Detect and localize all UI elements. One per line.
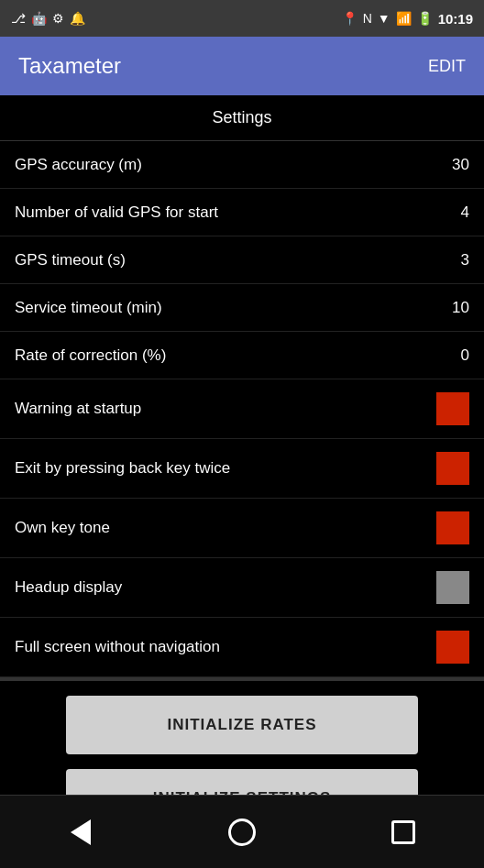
settings-row-gps-timeout[interactable]: GPS timeout (s) 3 bbox=[0, 236, 484, 284]
content-area: Settings GPS accuracy (m) 30 Number of v… bbox=[0, 95, 484, 868]
home-circle-icon bbox=[228, 819, 256, 846]
gps-accuracy-label: GPS accuracy (m) bbox=[15, 156, 442, 174]
usb-icon: ⎇ bbox=[11, 11, 26, 26]
nfc-icon: N bbox=[363, 11, 372, 26]
valid-gps-value: 4 bbox=[442, 203, 469, 222]
wifi-icon: ▼ bbox=[378, 11, 390, 26]
own-key-tone-label: Own key tone bbox=[15, 519, 436, 537]
battery-icon: 🔋 bbox=[417, 11, 433, 26]
settings-icon: ⚙ bbox=[52, 11, 64, 26]
bottom-navigation bbox=[0, 795, 484, 868]
warning-startup-indicator[interactable] bbox=[436, 392, 469, 425]
settings-row-warning-startup[interactable]: Warning at startup bbox=[0, 379, 484, 439]
gps-timeout-label: GPS timeout (s) bbox=[15, 251, 442, 269]
gps-timeout-value: 3 bbox=[442, 251, 469, 269]
home-nav-button[interactable] bbox=[214, 805, 270, 860]
settings-row-service-timeout[interactable]: Service timeout (min) 10 bbox=[0, 284, 484, 332]
service-timeout-label: Service timeout (min) bbox=[15, 299, 442, 317]
android-icon: 🤖 bbox=[31, 11, 47, 26]
initialize-rates-button[interactable]: INITIALIZE RATES bbox=[66, 696, 418, 754]
location-icon: 📍 bbox=[342, 11, 358, 26]
status-left-icons: ⎇ 🤖 ⚙ 🔔 bbox=[11, 11, 85, 26]
service-timeout-value: 10 bbox=[442, 299, 469, 317]
exit-back-indicator[interactable] bbox=[436, 452, 469, 485]
rate-correction-label: Rate of correction (%) bbox=[15, 346, 442, 365]
settings-row-exit-back[interactable]: Exit by pressing back key twice bbox=[0, 439, 484, 499]
settings-row-valid-gps[interactable]: Number of valid GPS for start 4 bbox=[0, 189, 484, 236]
sim-icon: 📶 bbox=[396, 11, 412, 26]
warning-startup-label: Warning at startup bbox=[15, 400, 436, 418]
edit-button[interactable]: EDIT bbox=[428, 57, 466, 76]
exit-back-label: Exit by pressing back key twice bbox=[15, 459, 436, 478]
settings-row-gps-accuracy[interactable]: GPS accuracy (m) 30 bbox=[0, 141, 484, 189]
recents-square-icon bbox=[391, 820, 415, 844]
headup-display-label: Headup display bbox=[15, 578, 436, 597]
settings-list: GPS accuracy (m) 30 Number of valid GPS … bbox=[0, 141, 484, 677]
notification-icon: 🔔 bbox=[70, 11, 85, 26]
settings-row-full-screen[interactable]: Full screen without navigation bbox=[0, 618, 484, 677]
back-arrow-icon bbox=[71, 819, 91, 845]
recents-nav-button[interactable] bbox=[376, 805, 431, 860]
settings-row-own-key-tone[interactable]: Own key tone bbox=[0, 499, 484, 558]
back-nav-button[interactable] bbox=[53, 805, 108, 860]
status-bar: ⎇ 🤖 ⚙ 🔔 📍 N ▼ 📶 🔋 10:19 bbox=[0, 0, 484, 37]
status-right-icons: 📍 N ▼ 📶 🔋 10:19 bbox=[342, 11, 473, 27]
status-time: 10:19 bbox=[438, 11, 473, 27]
gps-accuracy-value: 30 bbox=[442, 156, 469, 174]
full-screen-indicator[interactable] bbox=[436, 631, 469, 664]
header: Taxameter EDIT bbox=[0, 37, 484, 95]
app-title: Taxameter bbox=[18, 53, 121, 79]
own-key-tone-indicator[interactable] bbox=[436, 511, 469, 544]
rate-correction-value: 0 bbox=[442, 346, 469, 365]
valid-gps-label: Number of valid GPS for start bbox=[15, 203, 442, 222]
settings-section-header: Settings bbox=[0, 95, 484, 141]
settings-row-rate-correction[interactable]: Rate of correction (%) 0 bbox=[0, 332, 484, 379]
settings-row-headup-display[interactable]: Headup display bbox=[0, 558, 484, 618]
settings-title: Settings bbox=[212, 108, 271, 126]
full-screen-label: Full screen without navigation bbox=[15, 638, 436, 656]
headup-display-indicator[interactable] bbox=[436, 571, 469, 604]
